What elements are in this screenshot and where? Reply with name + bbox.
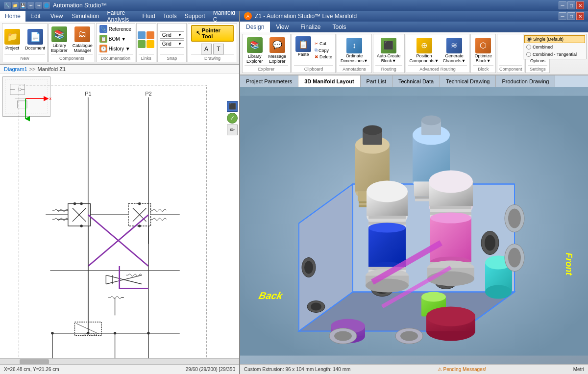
menu-home[interactable]: Home	[0, 11, 25, 22]
svg-point-23	[80, 202, 82, 205]
units-display: Metri	[573, 367, 584, 372]
right-menu-view[interactable]: View	[270, 22, 294, 32]
right-menu-finalize[interactable]: Finalize	[294, 22, 326, 32]
svg-text:P1: P1	[85, 91, 91, 97]
project-button[interactable]: 📁 Project	[2, 28, 22, 51]
tab-part-list[interactable]: Part List	[361, 75, 392, 87]
svg-point-71	[485, 235, 495, 251]
svg-point-144	[400, 331, 418, 341]
movement-type-option-single[interactable]: Single (Default)	[524, 35, 585, 43]
svg-rect-113	[430, 209, 471, 212]
right-title-bar: A Z1 - Automation Studio™ Live Manifold …	[240, 11, 588, 22]
tab-3d-manifold[interactable]: 3D Manifold Layout	[298, 75, 360, 87]
svg-text:x: x	[49, 96, 52, 101]
maximize-button[interactable]: □	[567, 1, 575, 9]
coords-display: X=26.48 cm, Y=21.26 cm	[4, 367, 59, 372]
tab-production-drawing[interactable]: Production Drawing	[496, 75, 555, 87]
page-info: 29/60 (29/200) [29/350	[186, 367, 235, 372]
svg-rect-96	[368, 216, 406, 219]
position-button[interactable]: ⊕ PositionComponents▼	[408, 37, 441, 64]
ribbon-group-drawing: ↖ Pointer Tool A T Drawing	[188, 23, 237, 62]
document-button[interactable]: 📄 Document	[23, 28, 47, 51]
menu-support[interactable]: Support	[181, 11, 209, 22]
generate-button[interactable]: ≋ GenerateChannels▼	[441, 37, 467, 64]
right-maximize[interactable]: □	[567, 12, 575, 20]
svg-text:P2: P2	[145, 91, 151, 97]
left-ribbon: 📁 Project 📄 Document New 📚	[0, 22, 239, 65]
cube-button[interactable]: ⬛	[227, 101, 238, 112]
new-group-label: New	[4, 54, 45, 61]
reference-button[interactable]: 📎 Reference	[98, 25, 133, 33]
menu-failure[interactable]: Failure Analysis	[103, 11, 139, 22]
ordinate-button[interactable]: ↕ OrdinateDimensions▼	[339, 37, 369, 64]
svg-text:Back: Back	[258, 291, 285, 301]
diagram-area: ⬛ ✓ ✏ x	[0, 74, 239, 358]
optimize-button[interactable]: ⬡ OptimizeBlock▼	[473, 37, 493, 64]
cut-button[interactable]: ✂Cut	[314, 41, 333, 47]
svg-rect-100	[368, 228, 406, 267]
ribbon-group-advanced-routing: ⊕ PositionComponents▼ ≋ GenerateChannels…	[406, 34, 470, 73]
right-menu-design[interactable]: Design	[240, 22, 270, 32]
menu-view[interactable]: View	[46, 11, 68, 22]
tab-technical-drawing[interactable]: Technical Drawing	[440, 75, 496, 87]
svg-point-133	[426, 307, 475, 326]
breadcrumb-current: Manifold Z1	[38, 66, 66, 72]
breadcrumb-link[interactable]: Diagram1	[4, 66, 27, 72]
svg-point-29	[138, 224, 141, 227]
svg-text:Front: Front	[564, 253, 574, 276]
tab-technical-data[interactable]: Technical Data	[392, 75, 440, 87]
draw-btn-2[interactable]: T	[213, 44, 224, 54]
menu-manifold[interactable]: Manifold C	[209, 11, 239, 22]
msg-explorer-button[interactable]: 💬 MessageExplorer	[267, 36, 289, 65]
menu-tools[interactable]: Tools	[159, 11, 181, 22]
menu-simulation[interactable]: Simulation	[68, 11, 103, 22]
h-scrollbar[interactable]	[0, 358, 239, 364]
menu-edit[interactable]: Edit	[25, 11, 46, 22]
tab-project-params[interactable]: Project Parameters	[240, 75, 298, 87]
bom-button[interactable]: 📋 BOM ▼	[98, 34, 133, 43]
grid-dropdown-1[interactable]: Grid▼	[160, 31, 184, 39]
snap-group-label: Snap	[160, 54, 184, 61]
ribbon-group-snap: Grid▼ Grid▼ Snap	[157, 23, 187, 62]
draw-btn-1[interactable]: A	[201, 44, 212, 54]
delete-button[interactable]: ✖Delete	[314, 54, 333, 60]
svg-point-128	[485, 285, 512, 299]
paste-button[interactable]: 📋 Paste	[294, 35, 313, 58]
auto-create-button[interactable]: ⬛ Auto-CreateBlock▼	[375, 37, 402, 64]
breadcrumb: Diagram1 >> Manifold Z1	[0, 65, 239, 74]
lib-explorer-button[interactable]: 📚 LibraryExplorer	[245, 36, 265, 65]
movement-type-option-tangential[interactable]: Combined - Tangential	[524, 51, 585, 58]
minimize-button[interactable]: ─	[559, 1, 566, 9]
copy-button[interactable]: ⧉Copy	[314, 47, 333, 53]
diagram-toolbar: ⬛ ✓ ✏	[227, 101, 238, 135]
ribbon-group-block: ⬡ OptimizeBlock▼ Block	[470, 34, 496, 73]
pencil-button[interactable]: ✏	[227, 125, 238, 135]
svg-point-111	[429, 171, 473, 193]
diagram-svg: x P1 P2 P5	[0, 74, 225, 358]
svg-point-95	[367, 181, 408, 202]
status-bar-right: Custom Extrusion: 96 x 104 mm Length: 14…	[240, 364, 588, 374]
catalogue-manager-button[interactable]: 🗂 CatalogueManager	[71, 25, 95, 54]
movement-type-option-combined[interactable]: Combined	[524, 44, 585, 50]
app-title: Automation Studio™	[53, 2, 107, 9]
status-bar-left: X=26.48 cm, Y=21.26 cm 29/60 (29/200) [2…	[0, 364, 239, 374]
clipboard-group-label: Clipboard	[294, 65, 333, 72]
close-button[interactable]: ✕	[576, 1, 584, 9]
right-minimize[interactable]: ─	[559, 12, 566, 20]
svg-point-24	[80, 224, 82, 227]
svg-rect-116	[430, 218, 471, 262]
right-close[interactable]: ✕	[576, 12, 584, 20]
right-menu-tools[interactable]: Tools	[327, 22, 352, 32]
menu-fluid[interactable]: Fluid	[139, 11, 159, 22]
ribbon-group-explorer: 📚 LibraryExplorer 💬 MessageExplorer Expl…	[242, 34, 291, 73]
svg-point-101	[368, 223, 406, 233]
grid-dropdown-2[interactable]: Grid▼	[160, 40, 184, 48]
check-button[interactable]: ✓	[227, 113, 238, 124]
breadcrumb-sep: >>	[29, 66, 36, 72]
library-explorer-button[interactable]: 📚 LibraryExplorer	[49, 25, 70, 54]
pointer-tool-button[interactable]: ↖ Pointer Tool	[191, 25, 234, 42]
svg-point-80	[363, 125, 382, 135]
history-button[interactable]: 🕐 History ▼	[98, 44, 133, 53]
right-ribbon-content: 📚 LibraryExplorer 💬 MessageExplorer Expl…	[240, 32, 588, 75]
warning-message: ⚠ Pending Messages!	[438, 367, 487, 372]
